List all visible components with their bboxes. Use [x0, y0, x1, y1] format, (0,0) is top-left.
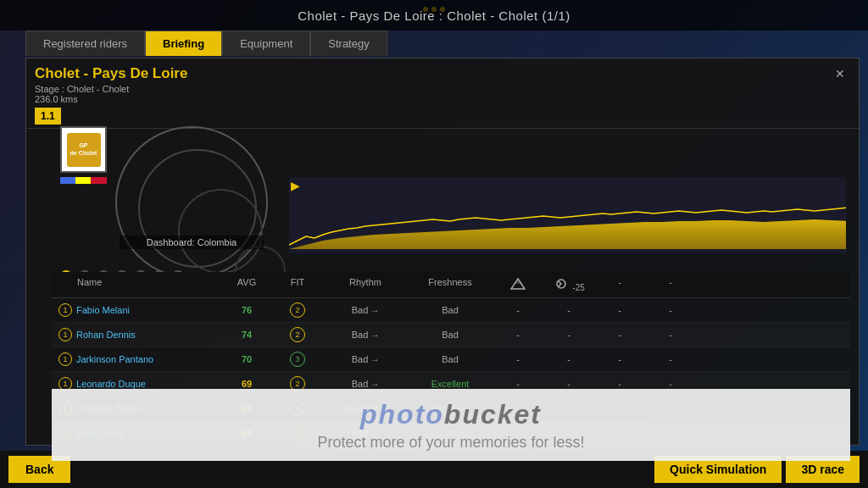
panel-title: Cholet - Pays De Loire	[35, 65, 187, 82]
table-header-row: Name AVG FIT Rhythm Freshness -25 -	[52, 272, 850, 298]
rider-name-cell: 1 Rohan Dennis	[52, 327, 221, 342]
c3-value: -	[594, 353, 645, 365]
table-row: 1 Rohan Dennis 74 2 Bad→ Bad - - - -	[52, 323, 850, 347]
col-header-rhythm: Rhythm	[323, 275, 408, 294]
avg-value: 69	[221, 378, 272, 390]
rhythm-value: Bad→	[323, 329, 408, 341]
spiral-decoration: Dashboard: Colombia	[111, 122, 272, 283]
avg-value: 70	[221, 353, 272, 365]
col-header-minus25: -25	[543, 275, 594, 294]
c2-value: -	[543, 378, 594, 390]
fit-value: 3	[272, 351, 323, 368]
watermark-overlay: photobucket Protect more of your memorie…	[52, 389, 850, 461]
c1-value: -	[492, 329, 543, 341]
rider-name: Fabio Melani	[76, 305, 130, 315]
tab-registered[interactable]: Registered riders	[25, 30, 145, 56]
panel-info: Cholet - Pays De Loire Stage : Cholet - …	[35, 65, 187, 125]
rider-number: 1	[58, 352, 72, 366]
rider-name: Leonardo Duque	[76, 379, 146, 389]
avg-value: 74	[221, 329, 272, 341]
c4-value: -	[645, 353, 696, 365]
tabs-container: Registered riders Briefing Equipment Str…	[25, 30, 387, 56]
team-logo: GPde Cholet	[60, 126, 107, 173]
spiral-outer	[115, 126, 268, 279]
main-panel: Cholet - Pays De Loire Stage : Cholet - …	[25, 58, 860, 446]
rider-number: 1	[58, 303, 72, 317]
panel-header: Cholet - Pays De Loire Stage : Cholet - …	[26, 58, 859, 129]
tab-strategy[interactable]: Strategy	[310, 30, 387, 56]
rhythm-value: Bad→	[323, 304, 408, 316]
c2-value: -	[543, 329, 594, 341]
freshness-value: Excellent	[408, 378, 492, 390]
watermark-content: photobucket Protect more of your memorie…	[317, 399, 584, 452]
c1-value: -	[492, 304, 543, 316]
profile-chart: ▶	[289, 177, 846, 253]
rider-number: 1	[58, 328, 72, 341]
dashboard-label: Dashboard: Colombia	[120, 236, 264, 249]
avg-value: 76	[221, 304, 272, 316]
c4-value: -	[645, 378, 696, 390]
c3-value: -	[594, 378, 645, 390]
rhythm-value: Bad→	[323, 353, 408, 365]
spiral-mid1	[138, 149, 257, 268]
tab-briefing[interactable]: Briefing	[145, 30, 222, 56]
c4-value: -	[645, 304, 696, 316]
flag-strip	[60, 177, 107, 184]
rider-name: Jarkinson Pantano	[76, 354, 153, 364]
riders-table: Name AVG FIT Rhythm Freshness -25 -	[52, 272, 850, 402]
freshness-value: Bad	[408, 329, 492, 341]
col-header-avg: AVG	[221, 275, 272, 294]
logo-inner: GPde Cholet	[67, 133, 101, 167]
panel-distance: 236.0 kms	[35, 94, 187, 104]
logo-text: GPde Cholet	[70, 142, 97, 157]
watermark-tagline: Protect more of your memories for less!	[317, 434, 584, 452]
title-bar: Cholet - Pays De Loire : Cholet - Cholet…	[0, 0, 868, 30]
fit-value: 2	[272, 326, 323, 343]
spiral-mid2	[178, 189, 263, 274]
rhythm-value: Bad→	[323, 378, 408, 390]
col-header-fit: FIT	[272, 275, 323, 294]
c2-value: -	[543, 353, 594, 365]
col-header-c3: -	[594, 275, 645, 294]
col-header-c4: -	[645, 275, 696, 294]
col-header-mountain	[492, 275, 543, 294]
freshness-value: Bad	[408, 304, 492, 316]
watermark-brand: photobucket	[317, 399, 584, 430]
table-row: 1 Fabio Melani 76 2 Bad→ Bad - - - -	[52, 298, 850, 323]
fit-value: 2	[272, 302, 323, 319]
table-row: 1 Jarkinson Pantano 70 3 Bad→ Bad - - - …	[52, 347, 850, 372]
rider-name-cell: 1 Jarkinson Pantano	[52, 352, 221, 367]
freshness-value: Bad	[408, 353, 492, 365]
rider-name: Rohan Dennis	[76, 330, 136, 340]
page-title: Cholet - Pays De Loire : Cholet - Cholet…	[298, 8, 570, 23]
rider-name-cell: 1 Fabio Melani	[52, 302, 221, 318]
elevation-chart	[289, 177, 846, 253]
c4-value: -	[645, 329, 696, 341]
close-button[interactable]: ✕	[830, 65, 850, 82]
tab-equipment[interactable]: Equipment	[222, 30, 310, 56]
play-icon[interactable]: ▶	[291, 179, 300, 192]
panel-subtitle: Stage : Cholet - Cholet	[35, 84, 187, 94]
panel-badge: 1.1	[35, 108, 61, 125]
c2-value: -	[543, 304, 594, 316]
c3-value: -	[594, 304, 645, 316]
c1-value: -	[492, 353, 543, 365]
c1-value: -	[492, 378, 543, 390]
col-header-freshness: Freshness	[408, 275, 492, 294]
col-header-name: Name	[52, 275, 221, 294]
c3-value: -	[594, 329, 645, 341]
